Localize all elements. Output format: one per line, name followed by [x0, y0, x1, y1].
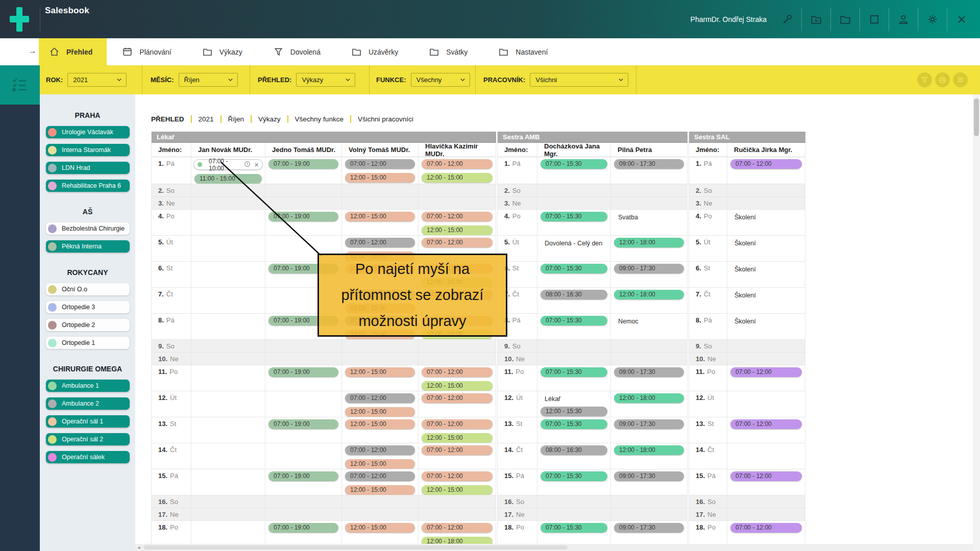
- shift-pill[interactable]: 07:00 - 19:00: [268, 419, 338, 429]
- shift-edit-control[interactable]: 07:00 - 10:00×: [193, 159, 263, 170]
- arrow-right-icon[interactable]: →: [28, 46, 37, 56]
- schedule-cell[interactable]: [727, 508, 805, 521]
- shift-pill[interactable]: 11:00 - 15:00: [194, 174, 262, 184]
- schedule-cell[interactable]: 07:00 - 12:00: [727, 365, 805, 391]
- schedule-cell[interactable]: [191, 521, 265, 547]
- schedule-cell[interactable]: [727, 443, 805, 469]
- schedule-cell[interactable]: [265, 340, 342, 353]
- shift-note[interactable]: Dovolená - Celý den: [537, 238, 610, 247]
- schedule-cell[interactable]: Školení: [727, 236, 805, 262]
- shift-pill[interactable]: 07:00 - 12:00: [422, 419, 493, 429]
- shift-pill[interactable]: 07:00 - 12:00: [730, 471, 802, 481]
- schedule-cell[interactable]: 07:00 - 12:00: [727, 157, 805, 184]
- schedule-cell[interactable]: [419, 495, 496, 508]
- shift-pill[interactable]: 12:00 - 15:00: [345, 459, 415, 469]
- shift-pill[interactable]: 12:00 - 15:00: [345, 485, 415, 495]
- sidebar-item[interactable]: Interna Staromák: [46, 144, 130, 156]
- shift-pill[interactable]: 07:00 - 19:00: [268, 367, 338, 377]
- sidebar-item[interactable]: Operační sál 1: [46, 415, 130, 428]
- gear-icon[interactable]: [926, 13, 939, 26]
- schedule-cell[interactable]: 07:00 - 12:0012:00 - 15:00: [342, 157, 419, 184]
- shift-note[interactable]: Lékař: [537, 393, 610, 403]
- vertical-scrollbar[interactable]: [973, 94, 980, 551]
- schedule-cell[interactable]: [611, 184, 688, 197]
- schedule-cell[interactable]: [611, 340, 688, 353]
- schedule-cell[interactable]: 09:00 - 17:30: [611, 262, 688, 288]
- schedule-cell[interactable]: 07:00 - 19:00: [265, 210, 342, 236]
- schedule-cell[interactable]: [727, 353, 805, 365]
- sidebar-item[interactable]: Ortopedie 1: [46, 337, 130, 349]
- sidebar-item[interactable]: Pěkná Interna: [46, 240, 130, 253]
- shift-pill[interactable]: 07:00 - 12:00: [730, 523, 802, 533]
- schedule-cell[interactable]: 07:00 - 12:00: [419, 443, 496, 469]
- shift-pill[interactable]: 07:00 - 19:00: [268, 159, 338, 169]
- schedule-cell[interactable]: [537, 184, 611, 197]
- tab-planovani[interactable]: Plánování: [107, 38, 186, 65]
- window-icon[interactable]: [868, 13, 880, 26]
- schedule-cell[interactable]: [727, 495, 805, 508]
- schedule-cell[interactable]: [342, 508, 419, 521]
- schedule-cell[interactable]: [611, 508, 688, 521]
- prehled-select[interactable]: Výkazy: [296, 73, 355, 87]
- shift-pill[interactable]: 12:00 - 15:00: [345, 419, 415, 429]
- shift-note[interactable]: Svatba: [611, 212, 687, 221]
- schedule-cell[interactable]: 07:00 - 12:0012:00 - 15:00: [419, 157, 496, 184]
- schedule-cell[interactable]: 07:00 - 12:0012:00 - 15:00: [419, 210, 496, 236]
- schedule-cell[interactable]: [727, 184, 805, 197]
- schedule-cell[interactable]: [537, 197, 611, 210]
- sidebar-item[interactable]: Bezbolestná Chirurgie: [46, 222, 130, 235]
- schedule-cell[interactable]: [191, 340, 265, 353]
- schedule-cell[interactable]: [419, 353, 496, 365]
- funnel-button[interactable]: [917, 72, 932, 87]
- schedule-cell[interactable]: 12:00 - 18:00: [611, 443, 688, 469]
- tab-svatky[interactable]: Svátky: [413, 38, 483, 65]
- schedule-cell[interactable]: [342, 353, 419, 365]
- schedule-cell[interactable]: 07:00 - 12:0012:00 - 15:00: [419, 469, 496, 495]
- shift-pill[interactable]: 09:00 - 17:30: [614, 264, 684, 273]
- sidebar-item[interactable]: Operační sál 2: [46, 433, 130, 445]
- shift-note[interactable]: Školení: [727, 290, 805, 299]
- user-icon[interactable]: [897, 13, 910, 26]
- schedule-cell[interactable]: [537, 508, 611, 521]
- schedule-cell[interactable]: 08:00 - 16:30: [537, 443, 611, 469]
- schedule-cell[interactable]: [265, 391, 342, 417]
- schedule-cell[interactable]: [191, 508, 265, 521]
- schedule-cell[interactable]: Dovolená - Celý den: [537, 236, 611, 262]
- schedule-cell[interactable]: 07:00 - 12:0012:00 - 15:00: [342, 443, 419, 469]
- tab-nastaveni[interactable]: Nastavení: [483, 38, 563, 65]
- schedule-cell[interactable]: 07:00 - 15:30: [537, 521, 611, 547]
- schedule-cell[interactable]: [265, 197, 342, 210]
- schedule-cell[interactable]: [342, 184, 419, 197]
- shift-pill[interactable]: 07:00 - 19:00: [268, 471, 338, 481]
- tab-uzaverky[interactable]: Uzávěrky: [336, 38, 413, 65]
- shift-pill[interactable]: 07:00 - 12:00: [422, 159, 493, 169]
- shift-pill[interactable]: 07:00 - 12:00: [345, 238, 415, 247]
- remove-shift-icon[interactable]: ×: [254, 161, 259, 168]
- schedule-cell[interactable]: 08:00 - 16:30: [537, 288, 611, 314]
- schedule-cell[interactable]: [191, 184, 265, 197]
- funkce-select[interactable]: Všechny: [411, 73, 470, 87]
- schedule-cell[interactable]: Školení: [727, 210, 805, 236]
- schedule-cell[interactable]: 12:00 - 15:00: [342, 365, 419, 391]
- schedule-cell[interactable]: [537, 353, 611, 365]
- schedule-cell[interactable]: 07:00 - 12:00: [727, 469, 805, 495]
- schedule-cell[interactable]: 12:00 - 18:00: [611, 391, 688, 417]
- shift-pill[interactable]: 07:00 - 12:00: [422, 471, 493, 481]
- shift-pill[interactable]: 07:00 - 12:00: [345, 393, 415, 403]
- schedule-cell[interactable]: 07:00 - 15:30: [537, 314, 611, 340]
- shift-pill[interactable]: 12:00 - 15:00: [422, 381, 493, 391]
- schedule-cell[interactable]: [265, 495, 342, 508]
- schedule-cell[interactable]: [191, 495, 265, 508]
- shift-pill[interactable]: 09:00 - 17:30: [614, 523, 684, 533]
- schedule-cell[interactable]: 12:00 - 15:00: [342, 210, 419, 236]
- schedule-cell[interactable]: 07:00 - 15:30: [537, 417, 611, 443]
- shift-pill[interactable]: 12:00 - 18:00: [614, 290, 684, 299]
- shift-pill[interactable]: 09:00 - 17:30: [614, 419, 684, 429]
- schedule-cell[interactable]: [191, 210, 265, 236]
- sidebar-item[interactable]: Ortopedie 3: [46, 301, 130, 313]
- rok-select[interactable]: 2021: [67, 73, 127, 87]
- shift-pill[interactable]: 07:00 - 15:30: [541, 523, 607, 533]
- schedule-cell[interactable]: [419, 197, 496, 210]
- vertical-scrollbar-thumb[interactable]: [974, 98, 979, 136]
- schedule-cell[interactable]: [342, 340, 419, 353]
